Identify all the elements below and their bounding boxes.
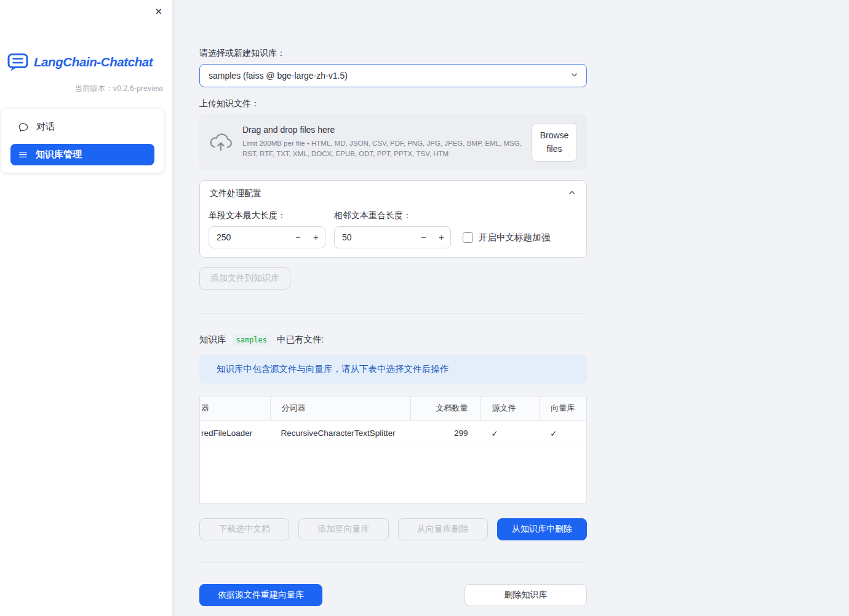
config-expander-header[interactable]: 文件处理配置 [200,181,586,204]
chevron-up-icon [567,188,576,199]
increment-button[interactable]: + [432,232,450,242]
existing-files-prefix: 知识库 [199,334,226,346]
rebuild-vector-store-button[interactable]: 依据源文件重建向量库 [199,584,322,606]
column-header-source-file[interactable]: 源文件 [480,397,539,421]
overlap-input[interactable]: 50 − + [334,226,451,248]
table-row[interactable]: redFileLoader RecursiveCharacterTextSpli… [200,421,586,446]
download-selected-button[interactable]: 下载选中文档 [199,518,289,540]
overlap-value: 50 [335,232,415,242]
uploader-title: Drag and drop files here [242,125,522,135]
checkbox-box [463,232,473,243]
delete-kb-button[interactable]: 删除知识库 [464,584,587,606]
sidebar-item-knowledge-base[interactable]: 知识库管理 [10,144,154,165]
kb-name-code: samples [232,334,272,346]
cell-vector-store-check: ✓ [539,421,586,446]
chat-bubble-icon [18,122,29,133]
column-header-splitter[interactable]: 分词器 [270,397,410,421]
sidebar: ✕ LangChain-Chatchat 当前版本：v0.2.6-preview [0,0,172,616]
divider [199,563,587,563]
column-header-vector-store[interactable]: 向量库 [539,397,586,421]
menu-item-label: 知识库管理 [36,149,82,160]
increment-button[interactable]: + [307,232,325,242]
uploader-limit-text: Limit 200MB per file • HTML, MD, JSON, C… [242,138,522,160]
list-icon [18,149,28,160]
delete-from-vector-store-button[interactable]: 从向量库删除 [398,518,488,540]
menu-item-label: 对话 [36,121,55,133]
cell-loader: redFileLoader [200,421,270,446]
chevron-down-icon [570,70,579,81]
version-label: 当前版本：v0.2.6-preview [0,84,172,94]
existing-files-suffix: 中已有文件: [277,334,324,346]
chunk-size-input[interactable]: 250 − + [209,226,325,248]
existing-files-heading: 知识库 samples 中已有文件: [199,334,587,346]
config-expander-title: 文件处理配置 [210,188,261,199]
cell-splitter: RecursiveCharacterTextSplitter [270,421,410,446]
close-sidebar-button[interactable]: ✕ [152,4,165,18]
checkbox-label: 开启中文标题加强 [479,232,550,243]
kb-select-value: samples (faiss @ bge-large-zh-v1.5) [209,71,348,81]
kb-select[interactable]: samples (faiss @ bge-large-zh-v1.5) [199,64,587,87]
table-header-row: 器 分词器 文档数量 源文件 向量库 [200,397,586,421]
zh-title-enhance-checkbox[interactable]: 开启中文标题加强 [463,232,550,243]
app-logo: LangChain-Chatchat [0,0,172,71]
info-banner: 知识库中包含源文件与向量库，请从下表中选择文件后操作 [199,355,587,384]
table-empty-area [200,446,586,503]
file-uploader-dropzone[interactable]: Drag and drop files here Limit 200MB per… [199,114,587,170]
files-table: 器 分词器 文档数量 源文件 向量库 redFileLoader Recursi… [199,396,587,503]
column-header-doc-count[interactable]: 文档数量 [410,397,480,421]
chunk-size-field: 单段文本最大长度： 250 − + [209,209,325,248]
cloud-upload-icon [209,133,233,151]
app-window: ✕ LangChain-Chatchat 当前版本：v0.2.6-preview [0,0,849,616]
kb-select-label: 请选择或新建知识库： [199,47,587,59]
logo-text: LangChain-Chatchat [34,55,153,69]
table-action-buttons: 下载选中文档 添加至向量库 从向量库删除 从知识库中删除 [199,518,587,540]
config-expander: 文件处理配置 单段文本最大长度： 250 − + [199,180,587,258]
close-icon: ✕ [154,6,162,17]
uploader-label: 上传知识文件： [199,97,587,109]
overlap-label: 相邻文本重合长度： [334,209,451,221]
add-files-button[interactable]: 添加文件到知识库 [199,267,290,290]
decrement-button[interactable]: − [289,232,307,242]
column-header-loader[interactable]: 器 [200,397,270,421]
decrement-button[interactable]: − [415,232,432,242]
divider [199,313,587,314]
chunk-size-label: 单段文本最大长度： [209,209,325,221]
browse-files-button[interactable]: Browse files [532,123,577,162]
sidebar-item-dialogue[interactable]: 对话 [10,116,154,138]
add-to-vector-store-button[interactable]: 添加至向量库 [298,518,388,540]
bottom-action-row: 依据源文件重建向量库 删除知识库 [199,584,587,606]
logo-chat-icon [7,53,28,71]
delete-from-kb-button[interactable]: 从知识库中删除 [497,518,587,540]
chunk-size-value: 250 [209,232,289,242]
overlap-field: 相邻文本重合长度： 50 − + [334,209,451,248]
sidebar-menu: 对话 知识库管理 [1,109,164,173]
cell-source-file-check: ✓ [480,421,539,446]
cell-doc-count: 299 [410,421,480,446]
